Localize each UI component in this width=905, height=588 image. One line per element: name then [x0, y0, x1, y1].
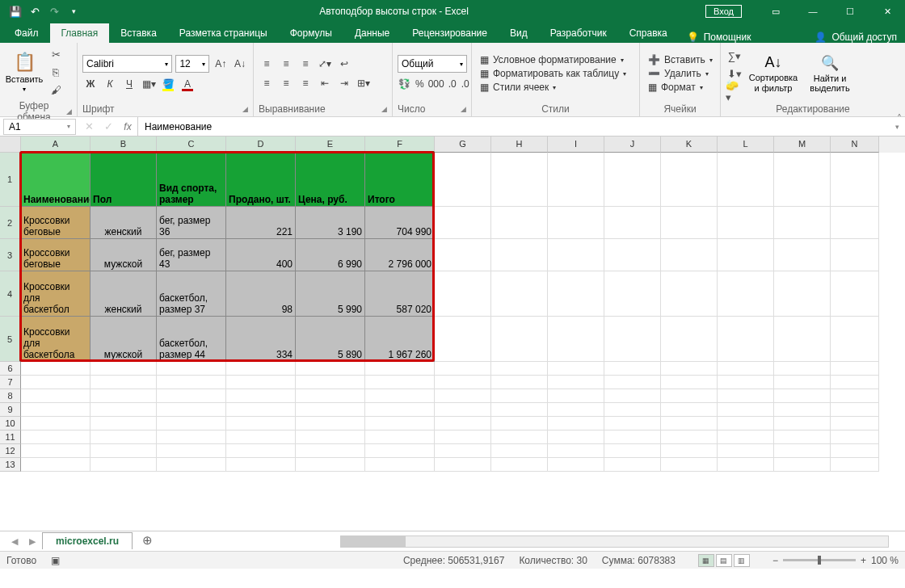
- table-header-cell[interactable]: Пол: [90, 153, 157, 207]
- table-cell[interactable]: 704 990: [365, 207, 435, 239]
- table-cell[interactable]: женский: [90, 207, 157, 239]
- view-normal-icon[interactable]: ▦: [698, 554, 714, 567]
- cell[interactable]: [661, 317, 718, 362]
- cell[interactable]: [774, 239, 831, 271]
- cell[interactable]: [831, 458, 879, 472]
- cell[interactable]: [604, 417, 661, 430]
- cell[interactable]: [435, 376, 491, 389]
- dialog-launcher-icon[interactable]: ◢: [461, 105, 466, 113]
- clear-icon[interactable]: 🧽▾: [726, 83, 743, 99]
- cell[interactable]: [296, 389, 365, 403]
- table-cell[interactable]: 400: [226, 239, 296, 271]
- cell[interactable]: [435, 444, 491, 458]
- cell[interactable]: [157, 444, 226, 458]
- row-header[interactable]: 1: [0, 153, 21, 207]
- cell[interactable]: [548, 444, 604, 458]
- cell[interactable]: [604, 317, 661, 362]
- enter-icon[interactable]: ✓: [99, 120, 118, 132]
- cell[interactable]: [90, 430, 157, 444]
- cell[interactable]: [718, 417, 774, 430]
- table-cell[interactable]: Кроссовки беговые: [21, 207, 90, 239]
- cell[interactable]: [831, 444, 879, 458]
- cell[interactable]: [604, 389, 661, 403]
- align-top-icon[interactable]: ≡: [259, 56, 275, 72]
- undo-icon[interactable]: ↶: [26, 2, 44, 20]
- underline-button[interactable]: Ч: [121, 76, 137, 92]
- cell[interactable]: [661, 403, 718, 417]
- cell[interactable]: [157, 389, 226, 403]
- cell[interactable]: [604, 430, 661, 444]
- row-header[interactable]: 9: [0, 403, 21, 417]
- table-cell[interactable]: баскетбол, размер 44: [157, 317, 226, 362]
- cell[interactable]: [548, 239, 604, 271]
- row-header[interactable]: 11: [0, 430, 21, 444]
- cell[interactable]: [226, 417, 296, 430]
- tab-view[interactable]: Вид: [499, 23, 539, 43]
- cell[interactable]: [157, 430, 226, 444]
- delete-cells-button[interactable]: ➖Удалить▾: [645, 67, 716, 80]
- cell[interactable]: [774, 362, 831, 376]
- cell[interactable]: [435, 362, 491, 376]
- column-header[interactable]: A: [21, 136, 90, 153]
- table-cell[interactable]: 3 190: [296, 207, 365, 239]
- cell[interactable]: [661, 389, 718, 403]
- redo-icon[interactable]: ↷: [45, 2, 63, 20]
- cell[interactable]: [435, 458, 491, 472]
- cell[interactable]: [774, 271, 831, 317]
- cell[interactable]: [365, 458, 435, 472]
- table-cell[interactable]: 98: [226, 271, 296, 317]
- cell[interactable]: [226, 389, 296, 403]
- cell[interactable]: [548, 153, 604, 207]
- table-cell[interactable]: Кроссовки беговые: [21, 239, 90, 271]
- cell[interactable]: [548, 376, 604, 389]
- table-cell[interactable]: Кроссовки для баскетбол: [21, 271, 90, 317]
- cell[interactable]: [21, 417, 90, 430]
- table-cell[interactable]: бег, размер 36: [157, 207, 226, 239]
- name-box[interactable]: A1▾: [3, 119, 76, 135]
- cell[interactable]: [604, 403, 661, 417]
- dec-decimal-icon[interactable]: .0: [461, 76, 470, 92]
- cell[interactable]: [604, 239, 661, 271]
- tab-review[interactable]: Рецензирование: [401, 23, 499, 43]
- cell[interactable]: [774, 430, 831, 444]
- cell[interactable]: [491, 389, 548, 403]
- row-header[interactable]: 6: [0, 362, 21, 376]
- cell[interactable]: [365, 430, 435, 444]
- cell[interactable]: [718, 389, 774, 403]
- cell[interactable]: [774, 389, 831, 403]
- cell[interactable]: [661, 376, 718, 389]
- zoom-out-icon[interactable]: −: [772, 555, 778, 566]
- column-header[interactable]: G: [435, 136, 491, 153]
- cell[interactable]: [491, 317, 548, 362]
- table-cell[interactable]: 5 990: [296, 271, 365, 317]
- currency-icon[interactable]: 💱: [398, 76, 411, 92]
- cell[interactable]: [296, 430, 365, 444]
- row-header[interactable]: 3: [0, 239, 21, 271]
- table-cell[interactable]: баскетбол, размер 37: [157, 271, 226, 317]
- align-right-icon[interactable]: ≡: [297, 75, 314, 91]
- tab-home[interactable]: Главная: [50, 23, 110, 43]
- cell[interactable]: [718, 362, 774, 376]
- format-as-table-button[interactable]: ▦Форматировать как таблицу▾: [477, 67, 629, 80]
- cell[interactable]: [491, 239, 548, 271]
- cell[interactable]: [661, 153, 718, 207]
- cell[interactable]: [365, 376, 435, 389]
- row-header[interactable]: 13: [0, 458, 21, 472]
- cell[interactable]: [831, 317, 879, 362]
- cell[interactable]: [718, 271, 774, 317]
- cell[interactable]: [604, 458, 661, 472]
- cell[interactable]: [831, 362, 879, 376]
- zoom-slider[interactable]: [783, 559, 856, 561]
- cell[interactable]: [435, 153, 491, 207]
- table-cell[interactable]: женский: [90, 271, 157, 317]
- italic-button[interactable]: К: [102, 76, 118, 92]
- column-header[interactable]: N: [831, 136, 879, 153]
- table-header-cell[interactable]: Продано, шт.: [226, 153, 296, 207]
- cell[interactable]: [296, 376, 365, 389]
- cell[interactable]: [604, 153, 661, 207]
- align-middle-icon[interactable]: ≡: [278, 56, 294, 72]
- cell[interactable]: [157, 458, 226, 472]
- bold-button[interactable]: Ж: [82, 76, 99, 92]
- autosum-icon[interactable]: ∑▾: [726, 48, 743, 64]
- sheet-tab[interactable]: microexcel.ru: [42, 532, 133, 549]
